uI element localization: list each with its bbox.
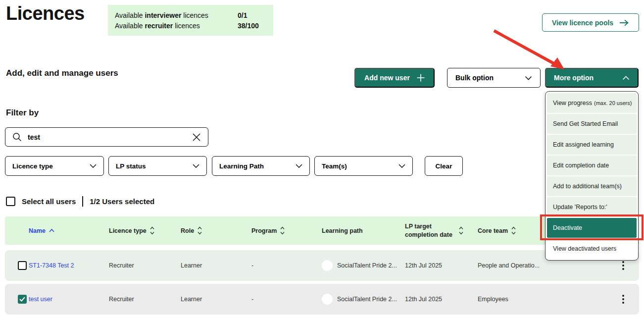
menu-item-label: Update 'Reports to:' bbox=[553, 204, 607, 211]
more-option-menu: View progress(max. 20 users)Send Get Sta… bbox=[545, 91, 639, 261]
row-menu-kebab-icon[interactable] bbox=[617, 284, 629, 315]
filter-dropdown-team-s[interactable]: Team(s) bbox=[314, 156, 413, 176]
plus-icon bbox=[417, 74, 425, 82]
filter-dropdown-label: LP status bbox=[116, 162, 146, 170]
more-option-button[interactable]: More option bbox=[545, 68, 639, 88]
filter-dropdown-label: Learning Path bbox=[219, 162, 264, 170]
page-title: Licences bbox=[6, 3, 85, 24]
manage-users-heading: Add, edit and manage users bbox=[6, 68, 118, 78]
chevron-down-icon bbox=[525, 76, 532, 80]
progress-circle-icon bbox=[322, 294, 333, 305]
licence-summary-label: Available recruiter licences bbox=[115, 22, 238, 30]
menu-item-edit-completion-date[interactable]: Edit completion date bbox=[547, 156, 637, 175]
column-header-lp-target-date[interactable]: LP target completion date bbox=[405, 216, 463, 245]
clear-filters-button[interactable]: Clear bbox=[425, 156, 463, 176]
sort-icon bbox=[150, 226, 154, 235]
sort-icon bbox=[198, 226, 202, 235]
licence-summary-row: Available recruiter licences38/100 bbox=[115, 22, 266, 30]
menu-item-view-deactivated-users[interactable]: View deactivated users bbox=[547, 239, 637, 259]
cell-role: Learner bbox=[181, 250, 202, 281]
bulk-option-button[interactable]: Bulk option bbox=[447, 68, 541, 88]
clear-search-icon[interactable] bbox=[192, 133, 201, 142]
column-header-label: LP target completion date bbox=[405, 222, 455, 239]
menu-item-note: (max. 20 users) bbox=[594, 100, 632, 106]
search-icon bbox=[12, 132, 22, 142]
chevron-down-icon bbox=[296, 164, 302, 168]
menu-item-label: View deactivated users bbox=[553, 245, 616, 252]
column-header-program[interactable]: Program bbox=[251, 216, 285, 245]
column-header-label: Learning path bbox=[322, 227, 363, 234]
licence-summary-value: 0/1 bbox=[238, 11, 247, 19]
column-header-role[interactable]: Role bbox=[181, 216, 202, 245]
cell-lp-target-date: 12th Jul 2025 bbox=[405, 250, 442, 281]
licence-summary-value: 38/100 bbox=[238, 22, 259, 30]
menu-item-label: Edit completion date bbox=[553, 162, 609, 169]
licences-page: Licences Available interviewer licences0… bbox=[0, 0, 644, 321]
chevron-down-icon bbox=[193, 164, 199, 168]
select-all-label: Select all users bbox=[22, 197, 76, 206]
column-header-core-team[interactable]: Core team bbox=[478, 216, 516, 245]
chevron-down-icon bbox=[398, 164, 405, 168]
cell-core-team: Employees bbox=[478, 284, 508, 315]
cell-name[interactable]: test user bbox=[29, 284, 52, 315]
table-header: NameLicence typeRoleProgramLearning path… bbox=[5, 216, 639, 245]
menu-item-edit-assigned-learning[interactable]: Edit assigned learning bbox=[547, 135, 637, 155]
menu-item-label: Add to additional team(s) bbox=[553, 183, 622, 190]
cell-learning-path: SocialTalent Pride 2... bbox=[322, 250, 397, 281]
arrow-right-icon bbox=[619, 19, 629, 26]
add-new-user-button[interactable]: Add new user bbox=[354, 68, 435, 88]
sort-asc-icon bbox=[49, 229, 54, 232]
view-licence-pools-label: View licence pools bbox=[552, 19, 613, 27]
menu-item-update-reports-to[interactable]: Update 'Reports to:' bbox=[547, 197, 637, 217]
cell-licence-type: Recruiter bbox=[109, 250, 134, 281]
menu-item-view-progress[interactable]: View progress(max. 20 users) bbox=[547, 93, 637, 113]
chevron-up-icon bbox=[622, 76, 630, 80]
search-input[interactable] bbox=[28, 133, 186, 141]
menu-item-label: Deactivate bbox=[553, 224, 582, 231]
row-checkbox[interactable] bbox=[18, 295, 27, 304]
cell-name[interactable]: ST1-7348 Test 2 bbox=[29, 250, 74, 281]
sort-icon bbox=[459, 226, 463, 235]
menu-item-deactivate[interactable]: Deactivate bbox=[547, 218, 637, 238]
view-licence-pools-button[interactable]: View licence pools bbox=[542, 13, 639, 32]
sort-icon bbox=[511, 226, 516, 235]
learning-path-label: SocialTalent Pride 2... bbox=[337, 262, 397, 269]
search-box[interactable] bbox=[5, 127, 208, 147]
column-header-label: Core team bbox=[478, 227, 508, 234]
filter-dropdown-licence-type[interactable]: Licence type bbox=[5, 156, 104, 176]
sort-icon bbox=[280, 226, 285, 235]
row-checkbox[interactable] bbox=[18, 261, 27, 270]
table-row: ST1-7348 Test 2RecruiterLearner-SocialTa… bbox=[5, 250, 639, 281]
filter-by-heading: Filter by bbox=[6, 108, 39, 118]
menu-item-label: Send Get Started Email bbox=[553, 120, 618, 127]
select-all-checkbox[interactable] bbox=[6, 197, 15, 206]
menu-item-label: Edit assigned learning bbox=[553, 141, 614, 148]
cell-program: - bbox=[251, 250, 253, 281]
cell-licence-type: Recruiter bbox=[109, 284, 134, 315]
add-new-user-label: Add new user bbox=[364, 74, 410, 82]
filter-dropdown-lp-status[interactable]: LP status bbox=[108, 156, 207, 176]
filter-dropdown-learning-path[interactable]: Learning Path bbox=[212, 156, 310, 176]
chevron-down-icon bbox=[90, 164, 97, 168]
licence-summary-row: Available interviewer licences0/1 bbox=[115, 11, 266, 19]
licence-summary-box: Available interviewer licences0/1Availab… bbox=[108, 5, 273, 36]
column-header-label: Role bbox=[181, 227, 194, 234]
menu-item-send-get-started-email[interactable]: Send Get Started Email bbox=[547, 114, 637, 134]
cell-learning-path: SocialTalent Pride 2... bbox=[322, 284, 397, 315]
cell-core-team: People and Operatio... bbox=[478, 250, 540, 281]
column-header-label: Program bbox=[251, 227, 277, 234]
cell-program: - bbox=[251, 284, 253, 315]
table-row: test userRecruiterLearner-SocialTalent P… bbox=[5, 284, 639, 315]
licence-summary-label: Available interviewer licences bbox=[115, 11, 238, 19]
column-header-licence-type[interactable]: Licence type bbox=[109, 216, 154, 245]
filter-dropdown-label: Licence type bbox=[12, 162, 53, 170]
cell-lp-target-date: 12th Jul 2025 bbox=[405, 284, 442, 315]
column-header-name[interactable]: Name bbox=[29, 216, 54, 245]
selected-count: 1/2 Users selected bbox=[90, 197, 154, 206]
menu-item-add-to-additional-team-s[interactable]: Add to additional team(s) bbox=[547, 176, 637, 196]
more-option-label: More option bbox=[554, 74, 594, 82]
column-header-label: Licence type bbox=[109, 227, 147, 234]
selection-bar: Select all users 1/2 Users selected bbox=[6, 196, 154, 207]
filter-dropdown-label: Team(s) bbox=[322, 162, 347, 170]
column-header-learning-path[interactable]: Learning path bbox=[322, 216, 363, 245]
